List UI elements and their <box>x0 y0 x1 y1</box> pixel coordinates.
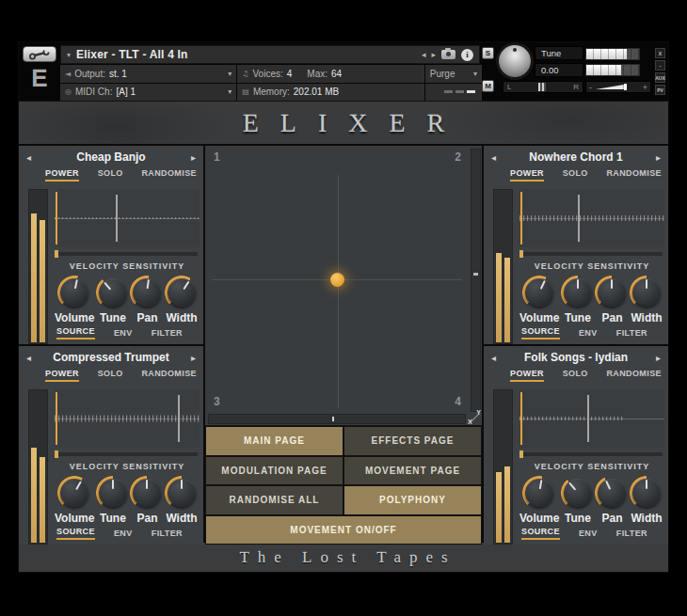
knob-dial[interactable] <box>166 477 198 509</box>
randomise-tab[interactable]: RANDOMISE <box>141 168 197 180</box>
env-tab[interactable]: ENV <box>579 328 598 340</box>
sample-title[interactable]: Compressed Trumpet <box>31 351 191 364</box>
knob-dial[interactable] <box>58 477 90 509</box>
sample-start-marker[interactable] <box>56 192 57 245</box>
knob-dial[interactable] <box>596 477 628 509</box>
xy-horizontal-slider-handle[interactable] <box>332 417 334 421</box>
velocity-slider-handle[interactable] <box>519 450 523 458</box>
purge-label[interactable]: Purge <box>430 69 455 79</box>
header-tune-knob[interactable] <box>499 45 531 77</box>
knob-dial[interactable] <box>58 276 90 308</box>
xy-horizontal-slider[interactable] <box>208 414 466 424</box>
volume-knob[interactable]: Volume <box>55 477 94 525</box>
randomise-tab[interactable]: RANDOMISE <box>606 168 662 180</box>
env-tab[interactable]: ENV <box>579 529 598 540</box>
waveform-display[interactable] <box>55 189 200 247</box>
instrument-title[interactable]: Elixer - TLT - All 4 In <box>76 48 416 61</box>
pv-button[interactable]: PV <box>655 85 665 95</box>
nav-button-modulation-page[interactable]: MODULATION PAGE <box>206 457 343 485</box>
knob-dial[interactable] <box>131 477 163 509</box>
pan-knob[interactable]: Pan <box>596 477 628 525</box>
env-tab[interactable]: ENV <box>114 328 133 340</box>
velocity-slider[interactable] <box>519 252 663 256</box>
pan-knob[interactable]: Pan <box>596 276 628 324</box>
knob-dial[interactable] <box>166 276 198 308</box>
volume-minus-label[interactable]: - <box>589 83 592 92</box>
playhead-marker[interactable] <box>578 195 580 243</box>
knob-dial[interactable] <box>562 276 594 308</box>
next-sample-button[interactable]: ▸ <box>191 152 196 163</box>
tune-value[interactable]: 0.00 <box>535 63 583 77</box>
volume-plus-label[interactable]: + <box>643 83 647 92</box>
velocity-slider[interactable] <box>55 452 198 456</box>
solo-tab[interactable]: SOLO <box>98 168 123 180</box>
solo-tab[interactable]: SOLO <box>563 369 588 380</box>
tune-knob[interactable]: Tune <box>562 276 594 324</box>
purge-dropdown-icon[interactable]: ▾ <box>473 70 477 78</box>
midi-channel-selector[interactable]: ◎ MIDI Ch: [A] 1 ▾ <box>60 84 236 102</box>
volume-knob[interactable]: Volume <box>519 477 559 525</box>
env-tab[interactable]: ENV <box>114 529 133 540</box>
volume-slider[interactable]: - + <box>585 81 651 93</box>
source-tab[interactable]: SOURCE <box>521 326 560 340</box>
tune-knob[interactable]: Tune <box>97 477 129 525</box>
solo-tab[interactable]: SOLO <box>563 168 588 180</box>
playhead-marker[interactable] <box>178 395 180 443</box>
output-selector[interactable]: ◄ Output: st. 1 ▾ <box>60 65 236 83</box>
randomise-tab[interactable]: RANDOMISE <box>606 369 662 380</box>
nav-button-movement-onoff[interactable]: MOVEMENT ON/OFF <box>206 516 481 545</box>
mute-button[interactable]: M <box>482 80 494 92</box>
nav-button-randomise-all[interactable]: RANDOMISE ALL <box>206 486 343 514</box>
playhead-marker[interactable] <box>587 395 589 443</box>
velocity-slider[interactable] <box>519 452 663 456</box>
xy-dot[interactable] <box>330 273 344 287</box>
sample-start-marker[interactable] <box>520 192 522 245</box>
wrench-button[interactable] <box>23 46 56 62</box>
tune-knob[interactable]: Tune <box>97 276 129 324</box>
waveform-display[interactable] <box>519 389 664 448</box>
power-tab[interactable]: POWER <box>510 168 544 182</box>
knob-dial[interactable] <box>631 276 663 308</box>
midi-dropdown-icon[interactable]: ▾ <box>228 87 232 96</box>
power-tab[interactable]: POWER <box>45 369 79 382</box>
next-sample-button[interactable]: ▸ <box>656 353 661 363</box>
xy-vertical-slider[interactable] <box>471 149 481 412</box>
knob-dial[interactable] <box>596 276 628 308</box>
solo-button[interactable]: S <box>482 47 494 59</box>
xy-field[interactable] <box>205 146 470 413</box>
filter-tab[interactable]: FILTER <box>616 328 647 340</box>
width-knob[interactable]: Width <box>166 477 198 525</box>
sample-start-marker[interactable] <box>520 392 522 445</box>
volume-knob[interactable]: Volume <box>55 276 94 324</box>
sample-title[interactable]: Nowhere Chord 1 <box>496 150 656 164</box>
title-dropdown-icon[interactable]: ▾ <box>67 51 71 59</box>
filter-tab[interactable]: FILTER <box>152 529 183 540</box>
next-instrument-button[interactable]: ▸ <box>431 50 436 59</box>
pan-knob[interactable]: Pan <box>131 276 163 324</box>
tune-knob[interactable]: Tune <box>562 477 594 525</box>
waveform-display[interactable] <box>55 389 200 448</box>
power-tab[interactable]: POWER <box>45 168 79 182</box>
width-knob[interactable]: Width <box>631 477 663 525</box>
solo-tab[interactable]: SOLO <box>98 369 123 380</box>
filter-tab[interactable]: FILTER <box>152 328 183 340</box>
max-voices-value[interactable]: 64 <box>331 69 342 79</box>
nav-button-main-page[interactable]: MAIN PAGE <box>206 427 343 455</box>
info-icon[interactable]: i <box>461 49 473 61</box>
next-sample-button[interactable]: ▸ <box>191 353 196 363</box>
output-dropdown-icon[interactable]: ▾ <box>228 70 232 78</box>
volume-handle[interactable] <box>624 84 627 90</box>
width-knob[interactable]: Width <box>631 276 663 324</box>
minimize-button[interactable]: - <box>655 60 665 71</box>
randomise-tab[interactable]: RANDOMISE <box>141 369 197 380</box>
purge-menu[interactable]: Purge ▾ <box>425 65 482 83</box>
playhead-marker[interactable] <box>116 195 118 243</box>
knob-dial[interactable] <box>131 276 163 308</box>
filter-tab[interactable]: FILTER <box>616 529 647 540</box>
pan-handle[interactable] <box>538 83 546 91</box>
velocity-slider-handle[interactable] <box>55 450 58 458</box>
volume-knob[interactable]: Volume <box>519 276 559 324</box>
sample-title[interactable]: Cheap Banjo <box>31 150 191 164</box>
sample-start-marker[interactable] <box>56 392 57 445</box>
sample-title[interactable]: Folk Songs - lydian <box>496 351 656 364</box>
